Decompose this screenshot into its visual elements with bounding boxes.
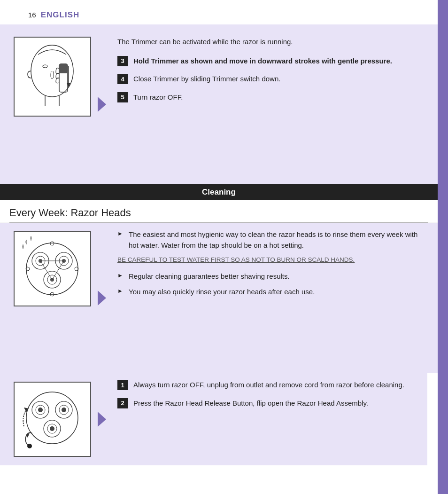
- svg-point-23: [26, 392, 78, 444]
- trimmer-image-box: [14, 37, 91, 117]
- cleaning-content: ► The easiest and most hygienic way to c…: [0, 223, 438, 373]
- bullet-3-text: You may also quickly rinse your razor he…: [129, 287, 315, 298]
- cleaning-header-bar: Cleaning: [0, 184, 438, 200]
- svg-point-32: [50, 426, 54, 431]
- trimmer-section: The Trimmer can be activated while the r…: [0, 24, 438, 184]
- trimmer-instructions-col: The Trimmer can be activated while the r…: [103, 33, 438, 176]
- bottom-instructions-col: 1 Always turn razor OFF, unplug from out…: [103, 373, 427, 465]
- step-b1-num: 1: [117, 380, 128, 390]
- step-3-num: 3: [117, 56, 128, 66]
- svg-line-18: [52, 261, 64, 280]
- warning-text: BE CAREFUL TO TEST WATER FIRST SO AS NOT…: [117, 255, 428, 265]
- step-5-num: 5: [117, 92, 128, 102]
- every-week-title: Every Week: Razor Heads: [0, 200, 438, 222]
- bullet-2-text: Regular cleaning guarantees better shavi…: [129, 271, 290, 282]
- bullet-row-3: ► You may also quickly rinse your razor …: [117, 287, 428, 298]
- bullet-row-1: ► The easiest and most hygienic way to c…: [117, 229, 428, 251]
- bullet-row-2: ► Regular cleaning guarantees better sha…: [117, 271, 428, 282]
- step-3-row: 3 Hold Trimmer as shown and move in down…: [117, 56, 428, 67]
- svg-point-1: [43, 65, 47, 68]
- bottom-image-col: [0, 373, 103, 465]
- bottom-arrow: [98, 412, 106, 427]
- trimmer-image-col: [0, 33, 103, 176]
- trimmer-intro: The Trimmer can be activated while the r…: [117, 37, 428, 47]
- page: 16 ENGLISH: [0, 0, 448, 494]
- svg-point-35: [27, 444, 32, 448]
- step-5-row: 5 Turn razor OFF.: [117, 92, 428, 103]
- cleaning-arrow: [98, 290, 106, 306]
- step-3-text: Hold Trimmer as shown and move in downwa…: [133, 56, 392, 67]
- page-header: 16 ENGLISH: [0, 0, 448, 24]
- bullet-1-icon: ►: [117, 230, 124, 237]
- svg-point-19: [50, 242, 54, 245]
- svg-line-17: [40, 261, 52, 280]
- step-5-text: Turn razor OFF.: [133, 92, 183, 103]
- step-4-text: Close Trimmer by sliding Trimmer switch …: [133, 74, 280, 85]
- step-4-num: 4: [117, 74, 128, 84]
- page-title: ENGLISH: [41, 10, 80, 20]
- cleaning-image-col: [0, 223, 103, 373]
- step-b2-row: 2 Press the Razor Head Release Button, f…: [117, 398, 418, 409]
- svg-rect-3: [59, 64, 68, 73]
- step-b1-text: Always turn razor OFF, unplug from outle…: [133, 380, 404, 391]
- every-week-section: Every Week: Razor Heads: [0, 200, 438, 465]
- svg-point-29: [62, 408, 66, 412]
- svg-point-20: [50, 292, 54, 296]
- step-4-row: 4 Close Trimmer by sliding Trimmer switc…: [117, 74, 428, 85]
- razor-release-illustration: [19, 384, 85, 455]
- right-bar: [438, 0, 448, 494]
- step-b1-row: 1 Always turn razor OFF, unplug from out…: [117, 380, 418, 391]
- step-b2-text: Press the Razor Head Release Button, fli…: [133, 398, 368, 409]
- step-b2-num: 2: [117, 398, 128, 408]
- cleaning-illustration: [19, 235, 85, 303]
- bottom-section: 1 Always turn razor OFF, unplug from out…: [0, 373, 427, 465]
- page-number: 16: [28, 11, 36, 19]
- bullet-2-icon: ►: [117, 272, 124, 279]
- bullet-1-text: The easiest and most hygienic way to cle…: [129, 229, 428, 251]
- trimmer-arrow: [98, 97, 106, 112]
- trimmer-illustration: [19, 40, 85, 113]
- cleaning-image-box: [14, 231, 91, 306]
- bottom-image-box: [14, 382, 91, 457]
- cleaning-instructions-col: ► The easiest and most hygienic way to c…: [103, 223, 438, 373]
- svg-point-6: [26, 243, 78, 295]
- svg-point-26: [38, 408, 43, 412]
- bullet-3-icon: ►: [117, 288, 124, 294]
- cleaning-header-label: Cleaning: [202, 188, 236, 196]
